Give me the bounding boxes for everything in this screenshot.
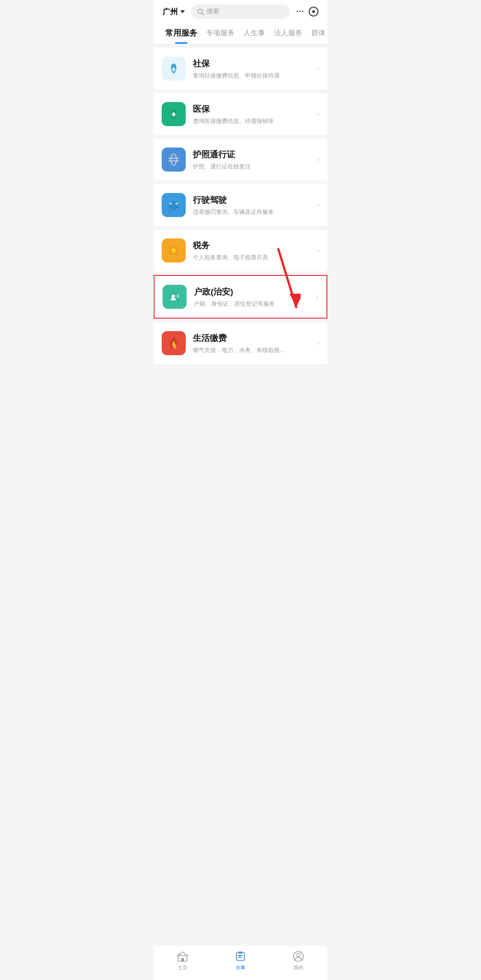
- tab-special[interactable]: 专项服务: [202, 22, 239, 43]
- yibao-svg: [166, 106, 182, 122]
- shebao-text: 社保 查询社保缴费信息、申领社保待遇: [193, 58, 314, 80]
- tab-legal[interactable]: 法人服务: [269, 22, 307, 43]
- shenghuo-chevron: ›: [317, 339, 319, 347]
- shuiwu-chevron: ›: [317, 246, 319, 254]
- svg-rect-4: [172, 114, 176, 115]
- svg-rect-33: [241, 951, 242, 954]
- huzheng-desc: 户籍、身份证、居住登记等服务: [194, 300, 313, 308]
- svg-text:⚡: ⚡: [172, 344, 178, 350]
- svg-rect-31: [238, 957, 241, 958]
- shebao-chevron: ›: [317, 65, 319, 73]
- shuiwu-text: 税务 个人税务查询、电子税票开具: [193, 240, 314, 262]
- huzhao-svg: [166, 152, 182, 168]
- shuiwu-svg: [166, 242, 182, 258]
- huzhao-chevron: ›: [317, 156, 319, 164]
- svg-point-2: [172, 68, 175, 70]
- svg-rect-30: [238, 955, 243, 956]
- huzhao-icon: [162, 148, 186, 172]
- nav-mine-label: 我的: [293, 964, 303, 971]
- city-dropdown-arrow: [180, 10, 185, 13]
- service-item-huzhao[interactable]: 护照通行证 护照、通行证在线签注 ›: [154, 139, 327, 180]
- tab-life[interactable]: 人生事: [239, 22, 269, 43]
- service-item-huzheng[interactable]: 户政(治安) 户籍、身份证、居住登记等服务 ›: [154, 275, 327, 319]
- shebao-icon: [162, 57, 186, 81]
- huzhao-text: 护照通行证 护照、通行证在线签注: [193, 149, 314, 171]
- yibao-text: 医保 查询医保缴费信息、待遇报销等: [193, 103, 314, 125]
- yibao-icon: [162, 102, 186, 126]
- huzheng-title: 户政(治安): [194, 286, 313, 298]
- more-icon[interactable]: ···: [296, 7, 304, 16]
- jiache-desc: 违章缴罚查询、车辆及证件服务: [193, 208, 314, 216]
- service-item-shuiwu[interactable]: 税务 个人税务查询、电子税票开具 ›: [154, 230, 327, 271]
- yibao-title: 医保: [193, 103, 314, 115]
- svg-point-35: [297, 953, 300, 957]
- shebao-title: 社保: [193, 58, 314, 70]
- svg-line-1: [202, 13, 204, 15]
- tab-common[interactable]: 常用服务: [161, 21, 202, 44]
- huzheng-icon: [163, 285, 187, 309]
- nav-mine[interactable]: 我的: [269, 950, 327, 971]
- shebao-desc: 查询社保缴费信息、申领社保待遇: [193, 72, 314, 80]
- affairs-icon: [234, 950, 247, 963]
- shenghuo-title: 生活缴费: [193, 332, 314, 344]
- svg-point-14: [170, 209, 171, 210]
- yibao-chevron: ›: [317, 110, 319, 118]
- nav-affairs-label: 办事: [236, 964, 245, 971]
- jiache-svg: [166, 197, 182, 213]
- tab-group[interactable]: 群体: [307, 22, 327, 43]
- shebao-svg: [166, 61, 182, 77]
- yibao-desc: 查询医保缴费信息、待遇报销等: [193, 117, 314, 125]
- svg-point-21: [171, 295, 175, 298]
- status-bar: 广州 搜索 ···: [154, 0, 327, 21]
- svg-rect-10: [169, 203, 172, 205]
- tab-nav: 常用服务 专项服务 人生事 法人服务 群体: [154, 21, 327, 44]
- huzhao-desc: 护照、通行证在线签注: [193, 163, 314, 171]
- city-name: 广州: [163, 7, 178, 17]
- service-item-jiache[interactable]: 行驶驾驶 违章缴罚查询、车辆及证件服务 ›: [154, 184, 327, 226]
- home-icon: [176, 950, 189, 963]
- jiache-chevron: ›: [317, 201, 319, 209]
- service-item-yibao[interactable]: 医保 查询医保缴费信息、待遇报销等 ›: [154, 93, 327, 135]
- nav-home[interactable]: 主页: [154, 950, 212, 971]
- svg-point-5: [168, 154, 179, 165]
- search-icon: [197, 8, 204, 15]
- mine-icon: [292, 950, 305, 963]
- shuiwu-desc: 个人税务查询、电子税票开具: [193, 254, 314, 262]
- svg-rect-29: [236, 952, 245, 960]
- city-selector[interactable]: 广州: [163, 7, 185, 17]
- jiache-title: 行驶驾驶: [193, 194, 314, 206]
- status-right: ···: [296, 7, 318, 16]
- svg-rect-11: [175, 203, 178, 205]
- service-list: 社保 查询社保缴费信息、申领社保待遇 › 医保 查询医保缴费信息、待遇报销等 ›: [154, 44, 327, 364]
- jiache-icon: [162, 193, 186, 217]
- svg-point-15: [176, 209, 178, 210]
- nav-affairs[interactable]: 办事: [212, 950, 269, 971]
- huzhao-title: 护照通行证: [193, 149, 314, 160]
- bottom-nav: 主页 办事 我的: [154, 945, 327, 980]
- jiache-text: 行驶驾驶 违章缴罚查询、车辆及证件服务: [193, 194, 314, 216]
- huzheng-svg: [167, 289, 183, 305]
- record-icon[interactable]: [309, 7, 318, 16]
- shenghuo-icon: ⚡: [162, 331, 186, 355]
- shuiwu-icon: [162, 238, 186, 262]
- service-item-shenghuo[interactable]: ⚡ 生活缴费 燃气充值，电力、水务、有线电视… ›: [154, 322, 327, 364]
- svg-rect-27: [181, 958, 184, 961]
- nav-home-label: 主页: [178, 964, 188, 971]
- svg-rect-32: [239, 951, 240, 954]
- service-item-shebao[interactable]: 社保 查询社保缴费信息、申领社保待遇 ›: [154, 48, 327, 90]
- shenghuo-svg: ⚡: [166, 335, 182, 351]
- shenghuo-desc: 燃气充值，电力、水务、有线电视…: [193, 346, 314, 354]
- content-area: 社保 查询社保缴费信息、申领社保待遇 › 医保 查询医保缴费信息、待遇报销等 ›: [154, 44, 327, 400]
- huzheng-text: 户政(治安) 户籍、身份证、居住登记等服务: [194, 286, 313, 308]
- huzheng-chevron: ›: [316, 293, 318, 301]
- search-placeholder: 搜索: [207, 8, 219, 16]
- search-bar[interactable]: 搜索: [191, 4, 290, 19]
- shuiwu-title: 税务: [193, 240, 314, 251]
- shenghuo-text: 生活缴费 燃气充值，电力、水务、有线电视…: [193, 332, 314, 354]
